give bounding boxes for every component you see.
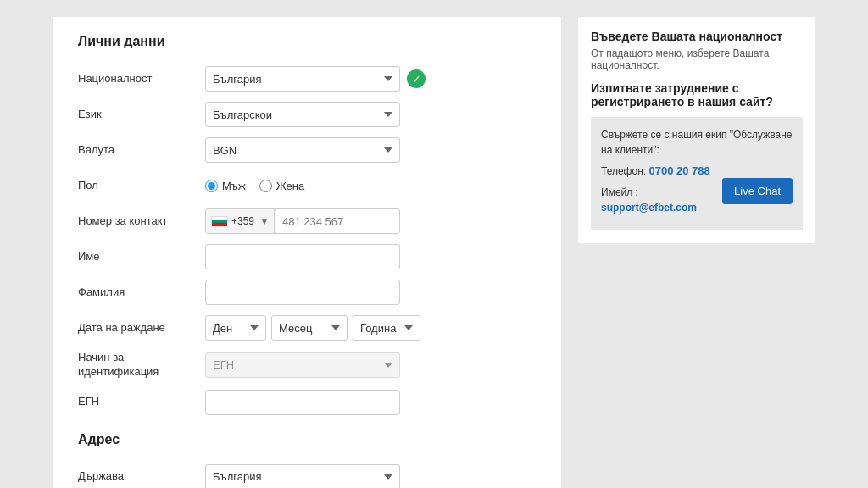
gender-female-radio[interactable]: [259, 180, 272, 192]
phone-input-wrap: +359 ▼: [205, 208, 400, 234]
id-method-label: Начин за идентификация: [78, 351, 205, 380]
help-box: Въведете Вашата националност От падащото…: [578, 17, 815, 243]
contact-intro: Свържете се с нашия екип "Обслужване на …: [601, 127, 793, 158]
egn-control: [205, 390, 536, 415]
language-label: Език: [78, 108, 205, 122]
id-method-row: Начин за идентификация ЕГН: [78, 351, 536, 380]
address-section: Адрес Държава България Област Мол: [78, 432, 536, 488]
phone-prefix[interactable]: +359 ▼: [206, 209, 275, 233]
lastname-control: [205, 280, 536, 305]
id-method-control: ЕГН: [205, 352, 536, 378]
gender-male-label: Мъж: [222, 180, 246, 192]
dob-day-select[interactable]: Ден: [205, 315, 266, 341]
dob-month-select[interactable]: Месец: [271, 315, 348, 341]
help-title: Въведете Вашата националност: [591, 30, 803, 43]
currency-row: Валута BGN: [78, 137, 536, 163]
phone-number-text: 0700 20 788: [648, 164, 709, 177]
sidebar-panel: Въведете Вашата националност От падащото…: [578, 17, 815, 488]
gender-radio-group: Мъж Жена: [205, 180, 304, 192]
contact-info: Телефон: 0700 20 788 Имейл : support@efb…: [601, 163, 714, 220]
firstname-control: [205, 244, 536, 269]
phone-control: +359 ▼: [205, 208, 536, 234]
flag-icon: [211, 216, 228, 227]
gender-female-option[interactable]: Жена: [259, 180, 304, 192]
email-line: Имейл : support@efbet.com: [601, 185, 714, 215]
nationality-row: Националност България ✓: [78, 66, 536, 92]
egn-label: ЕГН: [78, 395, 205, 409]
egn-row: ЕГН: [78, 390, 536, 415]
id-method-select[interactable]: ЕГН: [205, 352, 400, 378]
live-chat-button[interactable]: Live Chat: [722, 178, 793, 204]
help-subtitle: От падащото меню, изберете Вашата национ…: [591, 47, 803, 71]
gender-male-option[interactable]: Мъж: [205, 180, 246, 192]
phone-prefix-arrow: ▼: [260, 217, 269, 226]
gender-row: Пол Мъж Жена: [78, 173, 536, 198]
dob-wrap: Ден Месец Година: [205, 315, 420, 341]
dob-row: Дата на раждане Ден Месец Година: [78, 315, 536, 341]
lastname-label: Фамилия: [78, 286, 205, 300]
nationality-check-icon: ✓: [407, 69, 426, 88]
phone-label: Номер за контакт: [78, 214, 205, 229]
country-select[interactable]: България: [205, 464, 400, 488]
nationality-label: Националност: [78, 72, 205, 86]
lastname-row: Фамилия: [78, 280, 536, 305]
email-value-text: support@efbet.com: [601, 202, 697, 214]
firstname-label: Име: [78, 250, 205, 264]
dob-label: Дата на раждане: [78, 321, 205, 336]
nationality-control: България ✓: [205, 66, 536, 92]
currency-select[interactable]: BGN: [205, 137, 400, 163]
personal-data-title: Лични данни: [78, 34, 536, 53]
contact-box: Свържете се с нашия екип "Обслужване на …: [591, 117, 803, 230]
dob-year-select[interactable]: Година: [353, 315, 420, 341]
gender-female-label: Жена: [276, 180, 304, 192]
egn-input[interactable]: [205, 390, 400, 415]
address-title: Адрес: [78, 432, 536, 452]
lastname-input[interactable]: [205, 280, 400, 305]
phone-line: Телефон: 0700 20 788: [601, 163, 714, 180]
phone-country-code: +359: [231, 215, 254, 227]
contact-row: Телефон: 0700 20 788 Имейл : support@efb…: [601, 163, 793, 220]
language-select[interactable]: Българскои: [205, 102, 400, 127]
country-label: Държава: [78, 469, 205, 484]
form-panel: Лични данни Националност България ✓ Език…: [53, 17, 561, 488]
currency-control: BGN: [205, 137, 536, 163]
phone-row: Номер за контакт +359 ▼: [78, 208, 536, 234]
gender-male-radio[interactable]: [205, 180, 218, 192]
gender-label: Пол: [78, 179, 205, 193]
phone-number-input[interactable]: [275, 208, 400, 234]
currency-label: Валута: [78, 143, 205, 158]
dob-control: Ден Месец Година: [205, 315, 536, 341]
language-control: Българскои: [205, 102, 536, 127]
language-row: Език Българскои: [78, 102, 536, 127]
country-control: България: [205, 464, 536, 488]
phone-label-text: Телефон:: [601, 165, 646, 177]
firstname-row: Име: [78, 244, 536, 269]
difficulty-title: Изпитвате затруднение с регистрирането в…: [591, 81, 803, 108]
email-label-text: Имейл :: [601, 186, 638, 198]
firstname-input[interactable]: [205, 244, 400, 269]
nationality-select[interactable]: България: [205, 66, 400, 92]
gender-control: Мъж Жена: [205, 180, 536, 192]
country-row: Държава България: [78, 464, 536, 488]
